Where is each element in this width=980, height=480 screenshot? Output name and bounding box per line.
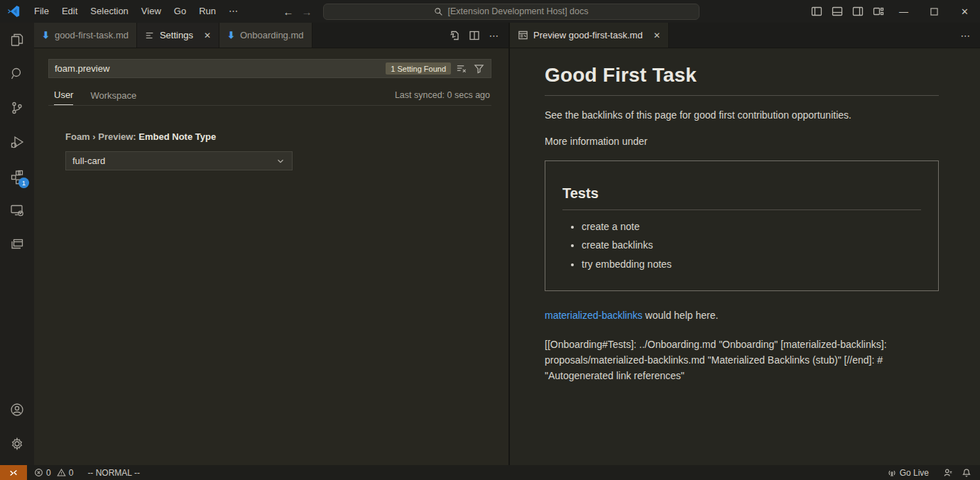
toggle-panel-icon[interactable] (827, 0, 847, 23)
tab-bar-group-2: Preview good-first-task.md ✕ ⋯ (510, 23, 980, 48)
menu-view[interactable]: View (135, 4, 168, 19)
markdown-preview: Good First Task See the backlinks of thi… (510, 48, 980, 465)
editor-actions-group-2: ⋯ (957, 23, 980, 48)
settings-found-badge: 1 Setting Found (386, 62, 451, 75)
extensions-badge: 1 (18, 178, 29, 188)
remote-explorer-icon[interactable] (0, 193, 34, 227)
markdown-file-icon: ⬇ (42, 30, 50, 40)
editor-group-2: Preview good-first-task.md ✕ ⋯ Good Firs… (510, 23, 980, 465)
setting-title: Foam › Preview: Embed Note Type (65, 131, 491, 142)
filter-icon[interactable] (471, 61, 486, 77)
problems-status[interactable]: 0 0 (30, 465, 77, 480)
warnings-count: 0 (69, 468, 74, 478)
editor-actions-group-1: ⋯ (446, 23, 508, 48)
tab-label: Settings (160, 30, 193, 40)
titlebar-controls: — ✕ (806, 0, 980, 23)
vim-mode-label: -- NORMAL -- (87, 468, 140, 478)
embedded-note-card: Tests create a note create backlinks try… (545, 160, 939, 292)
note-card-heading: Tests (562, 185, 921, 210)
windows-panel-icon[interactable] (0, 227, 34, 261)
menu-edit[interactable]: Edit (55, 4, 84, 19)
window-close-icon[interactable]: ✕ (949, 0, 980, 23)
window-minimize-icon[interactable]: — (888, 0, 919, 23)
extensions-icon[interactable]: 1 (0, 159, 34, 193)
errors-icon (34, 468, 43, 477)
menu-selection[interactable]: Selection (84, 4, 134, 19)
settings-editor: 1 Setting Found User Workspace Last sync… (34, 48, 508, 465)
remote-indicator[interactable] (0, 465, 27, 480)
explorer-icon[interactable] (0, 23, 34, 57)
list-item: create a note (582, 220, 921, 234)
tab-onboarding[interactable]: ⬇ Onboarding.md (219, 23, 312, 48)
remote-icon (9, 468, 18, 478)
setting-embed-note-type: Foam › Preview: Embed Note Type full-car… (48, 131, 491, 170)
vscode-logo-icon (6, 4, 21, 18)
select-value: full-card (72, 156, 105, 166)
setting-category: Foam › Preview: (65, 131, 138, 142)
tab-preview-good-first-task[interactable]: Preview good-first-task.md ✕ (510, 23, 669, 48)
preview-paragraph: More information under (545, 134, 939, 148)
errors-count: 0 (46, 468, 51, 478)
accounts-icon[interactable] (0, 393, 34, 427)
tab-label: good-first-task.md (55, 30, 129, 40)
link-references-text: [[Onboarding#Tests]: ../Onboarding.md "O… (545, 337, 939, 383)
go-live-label: Go Live (900, 468, 929, 478)
scope-tab-user[interactable]: User (54, 89, 73, 105)
warnings-icon (57, 468, 66, 477)
editor-group-1: ⬇ good-first-task.md Settings ✕ ⬇ Onboar… (34, 23, 508, 465)
main-area: 1 ⬇ good-first-task.md Settings (0, 23, 980, 465)
toggle-primary-sidebar-icon[interactable] (806, 0, 827, 23)
nav-forward-icon[interactable]: → (298, 6, 316, 18)
manage-gear-icon[interactable] (0, 427, 34, 461)
tab-close-icon[interactable]: ✕ (653, 31, 660, 40)
preview-link-line: materialized-backlinks would help here. (545, 310, 939, 321)
menu-run[interactable]: Run (192, 4, 222, 19)
feedback-icon[interactable] (939, 465, 957, 480)
command-center-search[interactable]: [Extension Development Host] docs (323, 4, 699, 20)
notifications-bell-icon[interactable] (957, 465, 976, 480)
setting-label: Embed Note Type (138, 131, 216, 142)
status-bar-right: Go Live (883, 465, 980, 480)
title-bar: File Edit Selection View Go Run ⋯ ← → [E… (0, 0, 980, 23)
menu-more-icon[interactable]: ⋯ (222, 4, 245, 19)
scope-tab-workspace[interactable]: Workspace (90, 90, 136, 105)
settings-scope-row: User Workspace Last synced: 0 secs ago (48, 89, 491, 106)
menu-file[interactable]: File (28, 4, 55, 19)
split-editor-icon[interactable] (466, 27, 483, 44)
settings-search-box: 1 Setting Found (48, 59, 491, 78)
materialized-backlinks-link[interactable]: materialized-backlinks (545, 310, 643, 321)
tab-good-first-task[interactable]: ⬇ good-first-task.md (34, 23, 137, 48)
more-actions-icon[interactable]: ⋯ (486, 27, 503, 44)
list-item: create backlinks (582, 239, 921, 253)
open-settings-json-icon[interactable] (446, 27, 463, 44)
command-center-label: [Extension Development Host] docs (447, 6, 588, 16)
customize-layout-icon[interactable] (868, 0, 888, 23)
vim-mode-status[interactable]: -- NORMAL -- (83, 465, 144, 480)
activity-bar: 1 (0, 23, 34, 465)
tab-settings[interactable]: Settings ✕ (137, 23, 219, 48)
more-actions-icon[interactable]: ⋯ (957, 27, 974, 44)
markdown-file-icon: ⬇ (227, 30, 235, 40)
window-maximize-icon[interactable] (919, 0, 949, 23)
clear-filters-icon[interactable] (453, 61, 469, 77)
nav-back-icon[interactable]: ← (279, 6, 298, 18)
last-synced-label: Last synced: 0 secs ago (395, 90, 490, 104)
status-bar: 0 0 -- NORMAL -- Go Live (0, 465, 980, 480)
source-control-icon[interactable] (0, 91, 34, 125)
settings-tune-icon (145, 31, 155, 40)
search-sidebar-icon[interactable] (0, 57, 34, 91)
markdown-preview-icon (518, 30, 528, 40)
go-live-button[interactable]: Go Live (883, 465, 933, 480)
list-item: try embedding notes (582, 258, 921, 272)
run-debug-icon[interactable] (0, 125, 34, 159)
note-card-list: create a note create backlinks try embed… (562, 220, 921, 273)
embed-note-type-select[interactable]: full-card (65, 151, 293, 170)
tab-close-icon[interactable]: ✕ (204, 31, 211, 40)
settings-search-input[interactable] (49, 63, 386, 74)
chevron-down-icon (276, 156, 285, 166)
menu-go[interactable]: Go (168, 4, 192, 19)
link-suffix-text: would help here. (643, 310, 719, 321)
toggle-secondary-sidebar-icon[interactable] (847, 0, 868, 23)
tab-label: Preview good-first-task.md (533, 30, 643, 40)
broadcast-icon (887, 468, 897, 478)
